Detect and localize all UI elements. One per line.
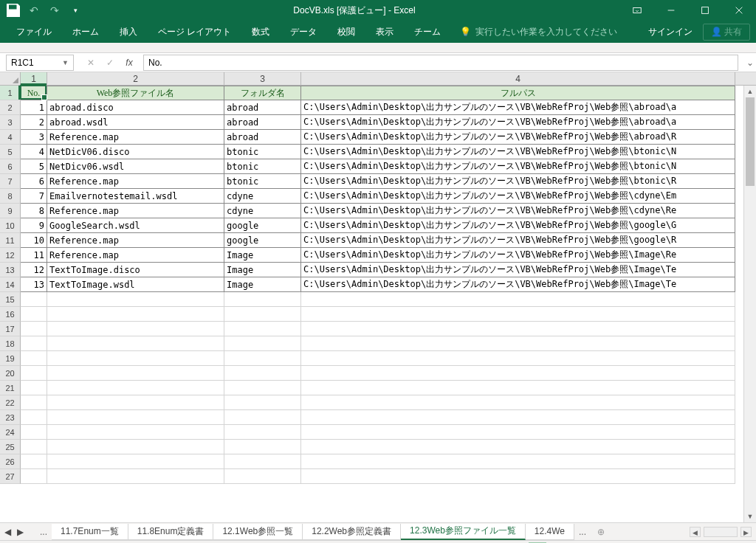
row-header[interactable]: 2 bbox=[0, 100, 21, 115]
cell[interactable]: フォルダ名 bbox=[224, 86, 301, 100]
qat-dropdown-icon[interactable]: ▾ bbox=[66, 1, 84, 19]
sheet-tab[interactable]: 12.4We bbox=[526, 524, 574, 540]
cell[interactable]: Reference.map bbox=[47, 248, 224, 263]
cell[interactable]: btonic bbox=[224, 174, 301, 189]
signin-link[interactable]: サインイン bbox=[638, 26, 703, 38]
row-header[interactable]: 11 bbox=[0, 233, 21, 248]
sheet-tab[interactable]: 12.3Web参照ファイル一覧 bbox=[401, 524, 526, 540]
cell[interactable] bbox=[301, 469, 735, 484]
cell[interactable]: google bbox=[224, 218, 301, 233]
cell[interactable] bbox=[301, 307, 735, 322]
ribbon-tab[interactable]: 挿入 bbox=[109, 21, 148, 43]
ribbon-tab[interactable]: 校閲 bbox=[327, 21, 365, 43]
maximize-icon[interactable] bbox=[688, 0, 722, 21]
cell[interactable] bbox=[47, 469, 224, 484]
row-header[interactable]: 7 bbox=[0, 174, 21, 189]
name-box[interactable]: R1C1 ▼ bbox=[6, 55, 74, 71]
cell[interactable] bbox=[301, 454, 735, 469]
cell[interactable]: 10 bbox=[21, 233, 47, 248]
row-header[interactable]: 12 bbox=[0, 248, 21, 263]
row-header[interactable]: 21 bbox=[0, 381, 21, 395]
cell[interactable]: No. bbox=[21, 86, 47, 100]
cell[interactable] bbox=[21, 366, 47, 381]
cell[interactable] bbox=[301, 336, 735, 351]
cell[interactable] bbox=[21, 292, 47, 307]
cell[interactable]: btonic bbox=[224, 145, 301, 159]
save-icon[interactable] bbox=[4, 1, 22, 19]
cell[interactable]: C:\Users\Admin\Desktop\出力サンプルのソース\VB\Web… bbox=[301, 174, 735, 189]
cell[interactable]: GoogleSearch.wsdl bbox=[47, 218, 224, 233]
ribbon-tab[interactable]: チーム bbox=[404, 21, 451, 43]
cell[interactable] bbox=[301, 292, 735, 307]
cell[interactable]: abroad.wsdl bbox=[47, 115, 224, 130]
minimize-icon[interactable] bbox=[654, 0, 688, 21]
ribbon-tab[interactable]: 表示 bbox=[365, 21, 404, 43]
cell[interactable]: Reference.map bbox=[47, 130, 224, 145]
cell[interactable]: Reference.map bbox=[47, 204, 224, 218]
cell[interactable]: Reference.map bbox=[47, 174, 224, 189]
cell[interactable]: C:\Users\Admin\Desktop\出力サンプルのソース\VB\Web… bbox=[301, 218, 735, 233]
cell[interactable] bbox=[224, 366, 301, 381]
row-header[interactable]: 27 bbox=[0, 469, 21, 484]
tabs-overflow-right[interactable]: ... bbox=[574, 527, 591, 537]
formula-input[interactable]: No. bbox=[143, 55, 738, 71]
cell[interactable] bbox=[224, 307, 301, 322]
scroll-thumb[interactable] bbox=[746, 97, 755, 186]
row-header[interactable]: 25 bbox=[0, 440, 21, 454]
cell[interactable]: C:\Users\Admin\Desktop\出力サンプルのソース\VB\Web… bbox=[301, 145, 735, 159]
cell[interactable]: 13 bbox=[21, 277, 47, 292]
cell[interactable]: Reference.map bbox=[47, 233, 224, 248]
cell[interactable]: NetDicv06.wsdl bbox=[47, 159, 224, 174]
cell[interactable] bbox=[301, 351, 735, 366]
cell[interactable]: abroad bbox=[224, 115, 301, 130]
share-button[interactable]: 👤 共有 bbox=[703, 24, 750, 41]
cell[interactable]: Image bbox=[224, 248, 301, 263]
sheet-tab[interactable]: 11.8Enum定義書 bbox=[128, 524, 214, 540]
row-header[interactable]: 16 bbox=[0, 307, 21, 322]
cell[interactable]: C:\Users\Admin\Desktop\出力サンプルのソース\VB\Web… bbox=[301, 204, 735, 218]
ribbon-display-options-icon[interactable] bbox=[620, 0, 654, 21]
cell[interactable] bbox=[47, 410, 224, 425]
cell[interactable] bbox=[47, 381, 224, 395]
cell[interactable] bbox=[21, 425, 47, 440]
row-header[interactable]: 14 bbox=[0, 277, 21, 292]
row-header[interactable]: 13 bbox=[0, 263, 21, 277]
cell[interactable] bbox=[21, 395, 47, 410]
cell[interactable]: TextToImage.disco bbox=[47, 263, 224, 277]
cell[interactable] bbox=[224, 425, 301, 440]
hscroll-left-icon[interactable]: ◀ bbox=[690, 527, 701, 537]
cell[interactable] bbox=[224, 351, 301, 366]
cell[interactable]: google bbox=[224, 233, 301, 248]
column-header[interactable]: 2 bbox=[47, 72, 224, 85]
chevron-down-icon[interactable]: ▼ bbox=[62, 59, 69, 66]
cell[interactable]: フルパス bbox=[301, 86, 735, 100]
cell[interactable]: 8 bbox=[21, 204, 47, 218]
cell[interactable] bbox=[47, 395, 224, 410]
row-header[interactable]: 10 bbox=[0, 218, 21, 233]
column-header[interactable]: 4 bbox=[301, 72, 735, 85]
cell[interactable]: 7 bbox=[21, 189, 47, 204]
cell[interactable]: 2 bbox=[21, 115, 47, 130]
row-header[interactable]: 19 bbox=[0, 351, 21, 366]
tab-nav-next-icon[interactable]: ▶ bbox=[17, 527, 24, 537]
cell[interactable]: C:\Users\Admin\Desktop\出力サンプルのソース\VB\Web… bbox=[301, 189, 735, 204]
row-header[interactable]: 26 bbox=[0, 454, 21, 469]
cell[interactable]: 6 bbox=[21, 174, 47, 189]
cell[interactable] bbox=[47, 307, 224, 322]
cell[interactable] bbox=[47, 336, 224, 351]
cell[interactable] bbox=[301, 425, 735, 440]
cell[interactable]: Emailvernotestemail.wsdl bbox=[47, 189, 224, 204]
cell[interactable]: Image bbox=[224, 263, 301, 277]
cell[interactable] bbox=[301, 395, 735, 410]
cell[interactable] bbox=[21, 381, 47, 395]
cell[interactable] bbox=[224, 454, 301, 469]
vertical-scrollbar[interactable]: ▲ ▼ bbox=[743, 86, 756, 522]
cell[interactable]: 9 bbox=[21, 218, 47, 233]
cell[interactable]: C:\Users\Admin\Desktop\出力サンプルのソース\VB\Web… bbox=[301, 263, 735, 277]
row-header[interactable]: 6 bbox=[0, 159, 21, 174]
cell[interactable]: C:\Users\Admin\Desktop\出力サンプルのソース\VB\Web… bbox=[301, 277, 735, 292]
cell[interactable] bbox=[224, 440, 301, 454]
cells[interactable]: No.Web参照ファイル名フォルダ名フルパス1abroad.discoabroa… bbox=[21, 86, 756, 484]
cell[interactable]: cdyne bbox=[224, 204, 301, 218]
cell[interactable] bbox=[21, 322, 47, 336]
